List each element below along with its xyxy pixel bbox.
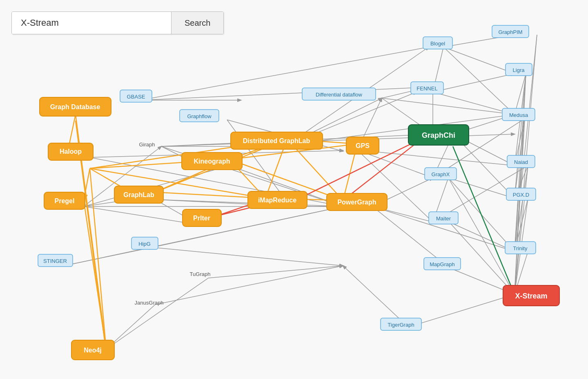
- node-trinity-label: Trinity: [513, 245, 528, 251]
- node-graphpim-label: GraphPIM: [498, 29, 522, 35]
- node-kineograph-label: Kineograph: [194, 158, 230, 165]
- node-neo4j-label: Neo4j: [84, 347, 102, 354]
- node-imapreduce-label: iMapReduce: [258, 197, 296, 204]
- node-gbase-label: GBASE: [127, 94, 145, 100]
- node-naiad-label: Naiad: [514, 159, 528, 165]
- node-tugraph-label: TuGraph: [190, 271, 211, 277]
- node-tigergraph-label: TigerGraph: [388, 322, 414, 328]
- svg-line-51: [155, 266, 343, 305]
- svg-line-17: [443, 47, 514, 74]
- svg-line-110: [453, 146, 514, 294]
- node-mapgraph-label: MapGraph: [430, 261, 454, 267]
- svg-line-70: [357, 150, 433, 222]
- svg-line-53: [106, 278, 208, 349]
- search-input-field[interactable]: [12, 12, 171, 34]
- node-graphflow-label: Graphflow: [187, 113, 212, 119]
- node-pregel-label: Pregel: [55, 197, 75, 204]
- graph-visualization: Graph Database Haloop Pregel GraphLab Ki…: [0, 0, 588, 379]
- node-graphx-label: GraphX: [432, 171, 450, 177]
- node-graph-database-label: Graph Database: [50, 103, 100, 110]
- node-graphchi-label: GraphChi: [422, 131, 455, 139]
- search-bar-overlay: Search: [11, 11, 224, 34]
- node-powergraph-label: PowerGraph: [337, 199, 376, 206]
- node-graphlab-label: GraphLab: [123, 191, 154, 198]
- node-stinger-label: STINGER: [43, 258, 67, 264]
- node-priter-label: PrIter: [193, 215, 210, 222]
- node-fennel-label: FENNEL: [416, 85, 437, 92]
- node-ligra-label: Ligra: [513, 67, 525, 73]
- svg-line-71: [357, 150, 514, 166]
- svg-line-78: [84, 206, 199, 225]
- svg-line-18: [443, 47, 514, 114]
- svg-line-52: [208, 266, 343, 278]
- node-giraph-label: Giraph: [139, 141, 155, 148]
- node-pgxd-label: PGX.D: [513, 192, 529, 198]
- node-hipg-label: HipG: [138, 241, 151, 247]
- node-xstream-label: X-Stream: [515, 292, 547, 300]
- node-janusgraph-label: JanusGraph: [135, 300, 164, 306]
- node-differential-dataflow-label: Differential dataflow: [316, 92, 363, 98]
- search-button-btn[interactable]: Search: [171, 12, 223, 34]
- svg-line-47: [152, 247, 343, 266]
- node-blogel-label: Blogel: [430, 40, 445, 47]
- svg-line-54: [408, 294, 514, 327]
- node-distributed-graphlab-label: Distributed GraphLab: [243, 137, 310, 144]
- node-maiter-label: Maiter: [436, 215, 451, 222]
- svg-line-42: [449, 222, 514, 251]
- node-gps-label: GPS: [356, 142, 370, 149]
- svg-line-2: [140, 87, 429, 100]
- node-medusa-label: Medusa: [509, 112, 528, 118]
- node-haloop-label: Haloop: [60, 148, 82, 155]
- svg-line-1: [140, 47, 429, 100]
- svg-line-14: [433, 74, 514, 92]
